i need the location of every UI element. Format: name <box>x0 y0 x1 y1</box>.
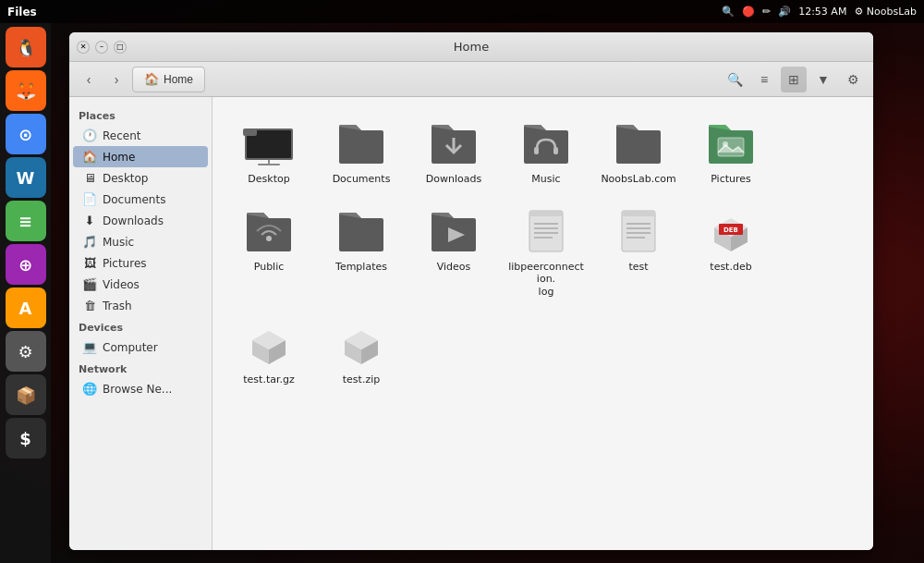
svg-rect-18 <box>622 211 655 251</box>
file-item-desktop[interactable]: Desktop <box>227 112 310 190</box>
back-button[interactable]: ‹ <box>77 67 101 92</box>
dock-icon-chrome[interactable]: ⊙ <box>6 114 46 154</box>
file-item-videos[interactable]: Videos <box>412 200 495 303</box>
maximize-button[interactable]: □ <box>114 41 127 54</box>
svg-rect-19 <box>622 211 655 216</box>
svg-point-10 <box>266 236 272 241</box>
testzip-icon <box>335 318 387 370</box>
minimize-button[interactable]: – <box>95 41 108 54</box>
file-item-testtar[interactable]: test.tar.gz <box>227 312 310 391</box>
documents-sidebar-icon: 📄 <box>82 192 97 206</box>
test-label: test <box>628 261 648 273</box>
dock-icon-calc[interactable]: ≡ <box>6 201 46 241</box>
options-button[interactable]: ⚙ <box>840 67 866 92</box>
file-manager-window: ✕ – □ Home ‹ › 🏠 Home 🔍 ≡ ⊞ ▼ ⚙ Places 🕐 <box>69 32 873 550</box>
dock-icon-firefox[interactable]: 🦊 <box>6 70 46 111</box>
downloads-sidebar-icon: ⬇ <box>82 214 97 227</box>
sound-icon[interactable]: 🔊 <box>778 6 791 18</box>
sidebar-item-music[interactable]: 🎵 Music <box>73 231 208 252</box>
file-item-public[interactable]: Public <box>227 200 310 303</box>
sidebar-item-videos[interactable]: 🎬 Videos <box>73 274 208 295</box>
sidebar-item-home[interactable]: 🏠 Home <box>73 146 208 167</box>
testdeb-label: test.deb <box>710 261 751 273</box>
network-section-title: Network <box>69 358 212 378</box>
dock-icon-amazon[interactable]: A <box>6 288 46 328</box>
file-grid: Desktop Documents <box>213 97 873 550</box>
dock-icon-unity[interactable]: ⊕ <box>6 244 46 285</box>
desktop-sidebar-icon: 🖥 <box>82 171 97 185</box>
list-view-button[interactable]: ≡ <box>751 67 777 92</box>
file-item-downloads[interactable]: Downloads <box>412 112 495 190</box>
sidebar-item-documents[interactable]: 📄 Documents <box>73 189 208 210</box>
app-name: Files <box>7 6 37 18</box>
music-icon <box>520 117 572 169</box>
clock: 12:53 AM <box>798 6 846 18</box>
public-icon <box>243 205 295 257</box>
sidebar-item-recent[interactable]: 🕐 Recent <box>73 125 208 146</box>
sidebar-item-pictures-label: Pictures <box>103 257 147 270</box>
music-label: Music <box>531 173 560 185</box>
pen-icon[interactable]: ✏ <box>762 6 771 18</box>
devices-section-title: Devices <box>69 316 212 337</box>
toolbar: ‹ › 🏠 Home 🔍 ≡ ⊞ ▼ ⚙ <box>69 62 873 97</box>
svg-rect-7 <box>553 147 558 154</box>
test-icon <box>613 205 664 257</box>
dock: 🐧🦊⊙W≡⊕A⚙📦$ <box>0 23 51 563</box>
record-icon[interactable]: 🔴 <box>742 6 755 18</box>
sidebar-item-pictures[interactable]: 🖼 Pictures <box>73 252 208 274</box>
search-sys-icon[interactable]: 🔍 <box>722 6 735 18</box>
title-bar: ✕ – □ Home <box>69 32 873 62</box>
svg-rect-4 <box>258 164 280 165</box>
dock-icon-terminal[interactable]: $ <box>6 418 46 459</box>
file-item-testdeb[interactable]: DEB test.deb <box>689 200 772 303</box>
documents-label: Documents <box>333 173 391 185</box>
svg-rect-13 <box>529 211 563 216</box>
file-item-noobslab[interactable]: NoobsLab.com <box>597 112 680 190</box>
file-item-testzip[interactable]: test.zip <box>320 312 403 391</box>
network-sidebar-icon: 🌐 <box>82 382 97 396</box>
file-item-libpeer[interactable]: libpeerconnection.log <box>505 200 588 303</box>
public-label: Public <box>254 261 285 273</box>
testzip-label: test.zip <box>343 373 380 386</box>
sidebar-item-videos-label: Videos <box>103 278 140 291</box>
sidebar-item-trash[interactable]: 🗑 Trash <box>73 295 208 316</box>
sidebar-item-desktop-label: Desktop <box>103 172 149 185</box>
filter-button[interactable]: ▼ <box>810 67 836 92</box>
dock-icon-software[interactable]: 📦 <box>6 374 46 415</box>
grid-view-button[interactable]: ⊞ <box>781 67 807 92</box>
home-breadcrumb[interactable]: 🏠 Home <box>132 67 205 92</box>
main-area: Places 🕐 Recent 🏠 Home 🖥 Desktop 📄 Docum… <box>69 97 873 550</box>
file-item-test[interactable]: test <box>597 200 680 303</box>
forward-button[interactable]: › <box>104 67 128 92</box>
sidebar-item-desktop[interactable]: 🖥 Desktop <box>73 167 208 189</box>
dock-icon-settings[interactable]: ⚙ <box>6 331 46 372</box>
testtar-label: test.tar.gz <box>243 373 294 386</box>
sidebar-item-documents-label: Documents <box>103 193 165 206</box>
libpeer-icon <box>520 205 572 257</box>
sidebar-item-home-label: Home <box>103 151 135 164</box>
file-item-templates[interactable]: Templates <box>320 200 403 303</box>
pictures-label: Pictures <box>711 173 751 185</box>
file-item-pictures[interactable]: Pictures <box>689 112 772 190</box>
sidebar-item-downloads[interactable]: ⬇ Downloads <box>73 210 208 231</box>
testtar-icon <box>243 318 295 370</box>
recent-icon: 🕐 <box>82 129 97 142</box>
system-bar: Files 🔍 🔴 ✏ 🔊 12:53 AM ⚙ NoobsLab <box>0 0 924 23</box>
sidebar-item-computer[interactable]: 💻 Computer <box>73 337 208 358</box>
documents-icon <box>335 117 387 169</box>
pictures-icon <box>705 117 757 169</box>
close-button[interactable]: ✕ <box>77 41 90 54</box>
home-sidebar-icon: 🏠 <box>82 150 97 164</box>
search-button[interactable]: 🔍 <box>722 67 748 92</box>
templates-icon <box>335 205 387 257</box>
dock-icon-writer[interactable]: W <box>6 157 46 198</box>
svg-rect-2 <box>243 129 257 136</box>
file-item-music[interactable]: Music <box>505 112 588 190</box>
dock-icon-ubuntu[interactable]: 🐧 <box>6 27 46 67</box>
music-sidebar-icon: 🎵 <box>82 235 97 249</box>
sidebar-item-network[interactable]: 🌐 Browse Ne... <box>73 378 208 399</box>
svg-rect-12 <box>529 211 563 251</box>
computer-sidebar-icon: 💻 <box>82 340 97 354</box>
file-item-documents[interactable]: Documents <box>320 112 403 190</box>
videos-icon <box>428 205 480 257</box>
